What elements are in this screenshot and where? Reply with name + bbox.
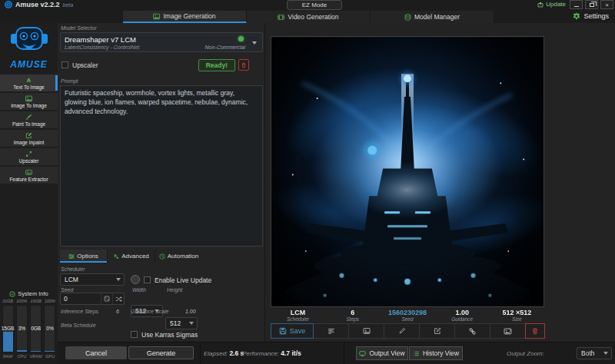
options-tab-bar: Options Advanced Automation <box>60 250 201 263</box>
settings-button[interactable]: Settings <box>573 12 609 20</box>
chevron-down-icon <box>252 41 257 45</box>
feature-extractor-icon <box>25 169 32 176</box>
minimize-button[interactable] <box>570 0 583 9</box>
scheduler-label: Scheduler <box>61 266 85 272</box>
title-bar: Amuse v2.2.2 beta EZ Mode Update × <box>0 0 615 11</box>
copy-link-button[interactable] <box>454 323 490 339</box>
tab-video-generation[interactable]: Video Generation <box>247 11 371 23</box>
sidebar-item-image-to-image[interactable]: Image To Image <box>0 93 58 110</box>
performance-stat: Performance: 4.7 it/s <box>242 349 301 357</box>
seed-dice-button[interactable] <box>101 293 112 304</box>
sidebar-item-paint-to-image[interactable]: Paint To Image <box>0 111 58 128</box>
text-to-image-icon: A <box>27 77 32 84</box>
chevron-down-icon <box>189 322 194 325</box>
logo-wordmark: AMUSE <box>0 59 58 70</box>
generated-image[interactable] <box>271 36 544 307</box>
pencil-icon <box>398 327 406 335</box>
model-status-dot <box>238 36 244 41</box>
export-image-button[interactable] <box>490 323 526 339</box>
edit-box-icon <box>434 327 441 335</box>
output-zoom-dropdown[interactable]: Both <box>577 347 612 359</box>
prompt-label: Prompt <box>61 78 78 84</box>
send-to-paint-button[interactable] <box>384 323 420 339</box>
chevron-down-icon <box>116 278 121 281</box>
height-label: Height <box>167 287 182 293</box>
system-info-icon <box>9 291 15 297</box>
tab-options[interactable]: Options <box>60 250 108 263</box>
amuse-app-window: Amuse v2.2.2 beta EZ Mode Update × Image… <box>0 0 615 364</box>
send-to-image-button[interactable] <box>348 323 384 339</box>
send-to-inpaint-button[interactable] <box>419 323 455 339</box>
link-icon <box>468 327 477 336</box>
meta-guidance: 1.00 Guidance <box>435 309 490 322</box>
model-ready-badge[interactable]: Ready! <box>198 59 235 71</box>
minimize-icon <box>574 6 579 7</box>
height-dropdown[interactable]: 512 <box>165 317 198 329</box>
seed-input[interactable] <box>61 295 101 303</box>
tab-automation[interactable]: Automation <box>155 250 201 263</box>
amuse-logo-icon <box>5 1 12 8</box>
image-generation-icon <box>153 13 160 20</box>
width-label: Width <box>132 287 146 293</box>
trash-icon <box>241 62 247 68</box>
model-name: Dreamshaper v7 LCM <box>65 35 136 44</box>
tab-advanced[interactable]: Advanced <box>108 250 155 263</box>
cancel-button[interactable]: Cancel <box>65 346 127 359</box>
model-unload-button[interactable] <box>238 59 249 71</box>
ram-meter: 31GB 15GB RAM <box>2 299 14 359</box>
system-info-panel: System Info 31GB 15GB RAM 100% 3% CPU 16… <box>0 290 58 359</box>
seed-shuffle-button[interactable] <box>112 293 124 304</box>
meta-size: 512 ×512 Size <box>490 309 544 322</box>
main-tab-bar: Image Generation Video Generation Model … <box>0 11 615 23</box>
model-subtitle: LatentConsistency - ControlNet <box>65 45 139 50</box>
chevron-down-icon <box>603 352 608 355</box>
image-icon <box>363 327 371 335</box>
maximize-button[interactable] <box>585 0 598 9</box>
beta-schedule-label: Beta Schedule <box>61 323 96 328</box>
vram-meter: 16GB 0GB VRAM <box>30 299 42 359</box>
karras-sigmas-checkbox[interactable] <box>131 331 138 338</box>
beta-tag: beta <box>63 2 74 8</box>
export-image-icon <box>504 327 512 336</box>
seed-dice-icon <box>104 296 110 302</box>
ez-mode-button[interactable]: EZ Mode <box>287 0 342 10</box>
model-selector-dropdown[interactable]: Dreamshaper v7 LCM LatentConsistency - C… <box>60 32 263 52</box>
save-icon <box>279 327 287 335</box>
prompt-input[interactable]: Futuristic spaceship, wormhole, vortex l… <box>60 85 263 247</box>
inference-steps-value: 6 <box>116 309 119 314</box>
upscaler-checkbox-label: Upscaler <box>72 61 98 69</box>
live-update-label: Enable Live Update <box>155 276 211 284</box>
live-update-toggle[interactable] <box>131 275 140 284</box>
guidance-scale-label: Guidance Scale <box>131 309 168 314</box>
upscaler-checkbox[interactable] <box>62 61 68 68</box>
model-selector-label: Model Selector <box>61 25 97 31</box>
sidebar: AMUSE A Text To Image Image To Image Pai… <box>0 23 58 364</box>
save-button[interactable]: Save <box>271 323 314 339</box>
tab-model-manager[interactable]: Model Manager <box>371 11 494 23</box>
elapsed-stat: Elapsed: 2.6 s <box>204 349 244 357</box>
divider <box>344 342 344 364</box>
sidebar-item-feature-extractor[interactable]: Feature Extractor <box>0 167 58 184</box>
close-button[interactable]: × <box>600 0 613 9</box>
meta-seed: 1560230298 Seed <box>380 309 434 322</box>
generation-settings-panel: Model Selector Dreamshaper v7 LCM Latent… <box>58 23 265 342</box>
generate-button[interactable]: Generate <box>128 346 194 359</box>
update-button[interactable]: Update <box>537 1 566 8</box>
divider <box>200 342 201 364</box>
gears-icon <box>113 253 119 260</box>
output-toolbar: Save <box>271 323 544 339</box>
sidebar-item-upscaler[interactable]: Upscaler <box>0 148 58 165</box>
settings-icon <box>573 12 580 20</box>
delete-image-button[interactable] <box>525 323 545 339</box>
scheduler-dropdown[interactable]: LCM <box>60 273 125 286</box>
seed-link[interactable]: 1560230298 <box>380 309 434 316</box>
output-zoom-label: Output Zoom: <box>507 351 544 357</box>
history-view-button[interactable]: History View <box>409 346 463 360</box>
tab-image-generation[interactable]: Image Generation <box>123 11 247 23</box>
sidebar-item-image-inpaint[interactable]: Image Inpaint <box>0 130 58 147</box>
live-update-checkbox[interactable] <box>144 276 151 283</box>
sidebar-item-text-to-image[interactable]: A Text To Image <box>0 74 58 91</box>
view-prompt-button[interactable] <box>313 323 349 339</box>
output-area: LCM Scheduler 6 Steps 1560230298 Seed 1.… <box>265 23 615 342</box>
output-view-button[interactable]: Output View <box>356 346 408 360</box>
